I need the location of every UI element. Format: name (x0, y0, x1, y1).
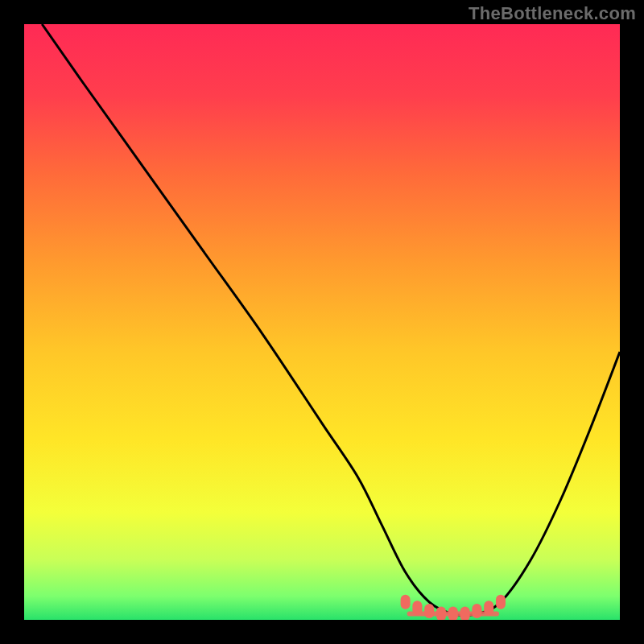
app-frame: TheBottleneck.com (0, 0, 644, 644)
optimal-marker (484, 601, 493, 615)
optimal-marker (448, 607, 458, 620)
optimal-marker (424, 604, 434, 618)
optimal-marker (496, 595, 506, 609)
bottleneck-chart (24, 24, 620, 620)
optimal-marker (472, 604, 481, 618)
plot-area (24, 24, 620, 620)
watermark-text: TheBottleneck.com (469, 3, 636, 24)
plot-inner (24, 24, 620, 620)
optimal-marker (412, 601, 422, 615)
optimal-marker (401, 595, 411, 609)
optimal-marker (436, 607, 446, 620)
heatmap-background (24, 24, 620, 620)
optimal-marker (460, 607, 470, 620)
